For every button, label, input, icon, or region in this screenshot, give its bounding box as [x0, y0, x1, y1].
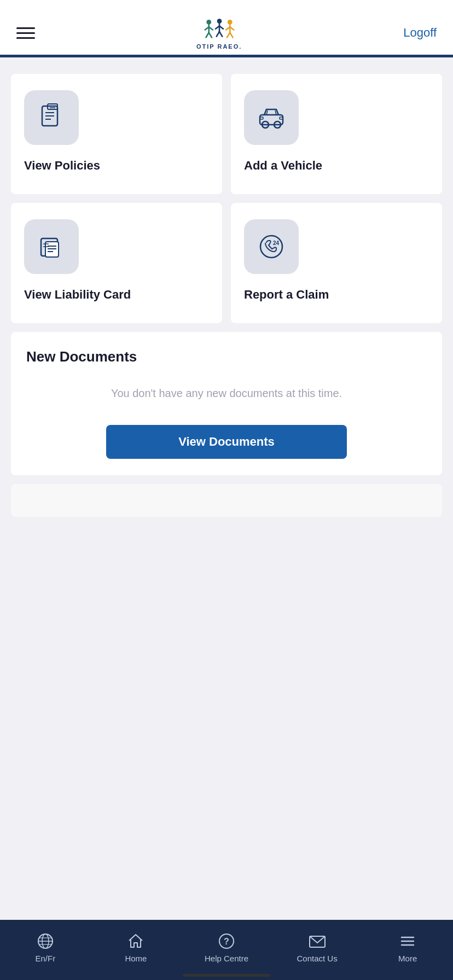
report-claim-icon-wrapper: 24 [244, 219, 299, 274]
header: OTIP RAEO. Logoff [0, 0, 453, 55]
car-icon [257, 103, 286, 132]
svg-rect-25 [260, 115, 283, 125]
svg-text:?: ? [224, 937, 229, 946]
home-indicator [183, 974, 270, 977]
globe-icon [36, 932, 55, 950]
add-vehicle-label: Add a Vehicle [244, 158, 322, 174]
cards-grid: View Policies [11, 74, 442, 323]
envelope-icon [308, 932, 327, 950]
more-hamburger-icon [398, 932, 417, 950]
help-icon: ? [217, 932, 236, 950]
nav-more-label: More [398, 954, 417, 963]
svg-line-5 [208, 33, 211, 38]
main-content: View Policies [0, 57, 453, 608]
bottom-nav: En/Fr Home ? Help Centre Contact Us More [0, 920, 453, 980]
logo-text: OTIP RAEO. [196, 43, 242, 50]
nav-item-contact-us[interactable]: Contact Us [272, 932, 363, 963]
logoff-button[interactable]: Logoff [403, 26, 437, 40]
svg-line-11 [219, 32, 222, 37]
nav-help-label: Help Centre [205, 954, 248, 963]
view-liability-card[interactable]: View Liability Card [11, 203, 222, 323]
svg-line-4 [206, 33, 208, 38]
svg-line-17 [230, 33, 233, 38]
new-documents-empty-text: You don't have any new documents at this… [26, 378, 427, 409]
view-documents-button[interactable]: View Documents [106, 425, 346, 459]
document-icon [37, 103, 66, 132]
report-claim-label: Report a Claim [244, 287, 329, 303]
view-policies-card[interactable]: View Policies [11, 74, 222, 194]
nav-item-home[interactable]: Home [91, 932, 182, 963]
report-claim-card[interactable]: 24 Report a Claim [231, 203, 442, 323]
partial-card [11, 484, 442, 517]
logo-icon [200, 16, 239, 43]
newspaper-icon [37, 232, 66, 261]
logo: OTIP RAEO. [196, 16, 242, 50]
nav-en-fr-label: En/Fr [35, 954, 55, 963]
svg-line-10 [216, 32, 219, 37]
add-vehicle-card[interactable]: Add a Vehicle [231, 74, 442, 194]
hamburger-menu[interactable] [16, 27, 35, 39]
view-liability-icon-wrapper [24, 219, 79, 274]
view-policies-label: View Policies [24, 158, 100, 174]
add-vehicle-icon-wrapper [244, 90, 299, 145]
new-documents-title: New Documents [26, 348, 427, 365]
phone-24-icon: 24 [257, 232, 286, 261]
nav-item-en-fr[interactable]: En/Fr [0, 932, 91, 963]
nav-contact-label: Contact Us [297, 954, 337, 963]
nav-item-help-centre[interactable]: ? Help Centre [181, 932, 272, 963]
home-icon [126, 932, 145, 950]
svg-text:24: 24 [273, 240, 280, 246]
svg-line-16 [227, 33, 230, 38]
nav-home-label: Home [125, 954, 147, 963]
svg-point-39 [260, 236, 282, 258]
view-policies-icon-wrapper [24, 90, 79, 145]
new-documents-section: New Documents You don't have any new doc… [11, 332, 442, 475]
nav-item-more[interactable]: More [362, 932, 453, 963]
view-liability-label: View Liability Card [24, 287, 131, 303]
